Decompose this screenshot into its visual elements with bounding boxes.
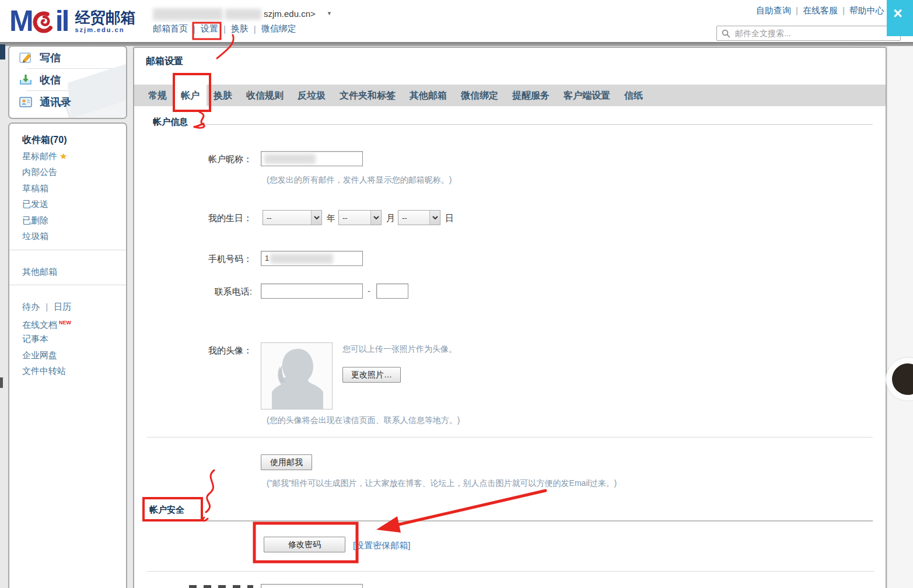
birthday-label: 我的生日： <box>176 213 252 224</box>
search-icon <box>722 29 730 38</box>
nickname-hint: (您发出的所有邮件，发件人将显示您的邮箱昵称。) <box>267 175 452 186</box>
receive-mail-button[interactable]: 收信 <box>9 69 126 90</box>
nickname-label: 帐户昵称： <box>176 154 252 165</box>
utility-separator: | <box>796 5 798 16</box>
email-domain-text: szjm.edu.cn> <box>264 9 316 19</box>
tab-wechat-bind[interactable]: 微信绑定 <box>454 85 505 106</box>
change-photo-button[interactable]: 更改照片… <box>342 367 401 383</box>
page-title: 邮箱设置 <box>146 55 183 68</box>
security-section-line <box>207 520 873 522</box>
nav-separator: | <box>254 24 256 34</box>
mailme-note: ("邮我"组件可以生成图片，让大家放在博客、论坛上，别人点击图片就可以方便的发E… <box>267 478 617 489</box>
sidebar-divider <box>9 250 126 250</box>
tab-folders-labels[interactable]: 文件夹和标签 <box>333 85 403 106</box>
link-self-service[interactable]: 自助查询 <box>756 5 791 16</box>
birthday-month-select[interactable]: -- <box>338 210 382 225</box>
mailme-button[interactable]: 使用邮我 <box>261 454 312 470</box>
other-mail-list: 其他邮箱 <box>9 256 126 280</box>
sidebar-separator: | <box>46 302 48 312</box>
nav-mail-home[interactable]: 邮箱首页 <box>153 23 188 34</box>
folder-inbox[interactable]: 收件箱(70) <box>9 132 126 148</box>
nav-separator: | <box>193 24 195 34</box>
logo-swirl-icon <box>31 9 57 35</box>
phone-label: 联系电话: <box>176 286 252 298</box>
account-dropdown-caret-icon[interactable]: ▼ <box>327 10 332 16</box>
close-icon[interactable]: × <box>893 6 902 22</box>
webmail-settings-page: M il 经贸邮箱 szjm.edu.cn szjm.edu.cn> ▼ 邮箱首… <box>0 0 913 588</box>
secure-mailbox-link[interactable]: [设置密保邮箱] <box>353 540 410 551</box>
phone-ext-input[interactable] <box>376 284 408 299</box>
mobile-input[interactable]: 1 <box>261 251 363 266</box>
sidebar-item-todo[interactable]: 待办 <box>22 302 40 312</box>
tab-general[interactable]: 常规 <box>141 85 174 106</box>
folder-deleted[interactable]: 已删除 <box>9 212 126 229</box>
nickname-input[interactable] <box>261 151 363 166</box>
account-email[interactable]: szjm.edu.cn> ▼ <box>153 7 340 21</box>
compose-label: 写信 <box>40 51 61 65</box>
nav-separator: | <box>223 24 226 34</box>
logo-letter-m: M <box>9 5 32 37</box>
brand-name: 经贸邮箱 <box>75 9 135 26</box>
section-title-account-security: 帐户安全 <box>149 505 184 516</box>
nav-skin[interactable]: 换肤 <box>231 23 249 34</box>
phone-dash: - <box>368 286 370 296</box>
link-online-service[interactable]: 在线客服 <box>803 5 838 16</box>
avatar-image <box>261 342 333 410</box>
tab-antispam[interactable]: 反垃圾 <box>291 85 333 106</box>
edge-artifact-2 <box>0 377 3 388</box>
change-password-button[interactable]: 修改密码 <box>264 537 345 552</box>
year-suffix: 年 <box>327 213 335 224</box>
nav-wechat-bind[interactable]: 微信绑定 <box>261 23 296 34</box>
search-box <box>716 26 901 41</box>
sidebar-item-netdisk[interactable]: 企业网盘 <box>9 347 126 363</box>
chevron-down-icon <box>370 211 381 225</box>
folder-other-mailbox[interactable]: 其他邮箱 <box>9 264 126 280</box>
right-margin-strip <box>888 46 913 588</box>
folder-starred[interactable]: 星标邮件★ <box>9 148 126 164</box>
avatar-label: 我的头像： <box>176 345 252 356</box>
folder-sent[interactable]: 已发送 <box>9 196 126 212</box>
tab-reminder[interactable]: 提醒服务 <box>505 85 557 106</box>
brand-block: 经贸邮箱 szjm.edu.cn <box>75 9 135 33</box>
sidebar-item-notes[interactable]: 记事本 <box>9 331 126 347</box>
logo-letters-il: il <box>55 5 68 37</box>
contacts-label: 通讯录 <box>40 95 71 109</box>
phone-area-input[interactable] <box>261 284 363 299</box>
folder-announcements[interactable]: 内部公告 <box>9 164 126 180</box>
tab-account[interactable]: 帐户 <box>174 85 207 106</box>
section-title-account-info: 帐户信息 <box>153 117 188 128</box>
link-help-center[interactable]: 帮助中心 <box>849 5 884 16</box>
chevron-down-icon <box>311 211 321 225</box>
receive-arrow-icon <box>19 74 33 86</box>
nav-settings[interactable]: 设置 <box>201 23 218 34</box>
utility-links: 自助查询 | 在线客服 | 帮助中心 | 退 <box>756 5 905 16</box>
sidebar-item-online-docs[interactable]: 在线文档NEW <box>9 315 126 331</box>
row-divider <box>147 437 873 438</box>
tab-stationery[interactable]: 信纸 <box>617 85 650 106</box>
search-input[interactable] <box>734 28 900 38</box>
birthday-year-select[interactable]: -- <box>263 210 322 225</box>
tab-client-settings[interactable]: 客户端设置 <box>557 85 617 106</box>
chevron-down-icon <box>429 211 440 225</box>
birthday-day-select[interactable]: -- <box>398 210 440 225</box>
star-icon: ★ <box>60 151 67 161</box>
email-redaction-2 <box>225 9 261 20</box>
contacts-button[interactable]: 通讯录 <box>9 91 126 113</box>
mobile-label: 手机号码： <box>176 254 252 265</box>
tab-other-mailbox[interactable]: 其他邮箱 <box>403 85 454 106</box>
row-divider <box>147 571 874 572</box>
sidebar-item-file-transfer[interactable]: 文件中转站 <box>9 363 126 379</box>
tab-skin[interactable]: 换肤 <box>207 85 239 106</box>
compose-button[interactable]: 写信 <box>9 47 126 68</box>
folder-junk[interactable]: 垃圾箱 <box>9 228 126 244</box>
tab-mail-rules[interactable]: 收信规则 <box>239 85 291 106</box>
compose-pencil-icon <box>19 51 33 64</box>
brand-domain: szjm.edu.cn <box>75 26 135 33</box>
header-shadow-band <box>0 42 913 46</box>
nickname-redaction <box>264 154 316 164</box>
folder-drafts[interactable]: 草稿箱 <box>9 180 126 197</box>
sidebar-item-calendar[interactable]: 日历 <box>54 302 71 312</box>
month-suffix: 月 <box>386 213 395 224</box>
avatar-tip: 您可以上传一张照片作为头像。 <box>342 344 457 355</box>
partial-input[interactable] <box>261 584 363 588</box>
